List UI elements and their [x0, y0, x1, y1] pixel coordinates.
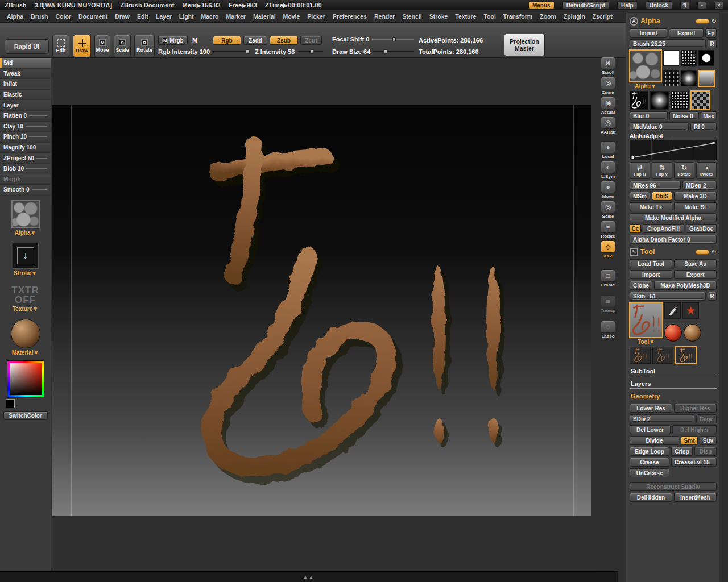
zsub-button[interactable]: Zsub	[270, 36, 298, 45]
current-color-swatch[interactable]	[6, 399, 15, 408]
mrgb-button[interactable]: M Mrgb	[158, 36, 188, 45]
material-selector-thumbnail[interactable]	[11, 319, 40, 348]
alpha-crop-and-fill-button[interactable]: CropAndFill	[643, 224, 684, 233]
alpha-depth-factor-slider[interactable]: Alpha Depth Factor 0	[630, 235, 717, 244]
material-selector-label[interactable]: Material▼	[12, 350, 39, 356]
zadd-button[interactable]: Zadd	[243, 36, 267, 45]
brush-item-inflat[interactable]: Inflat	[0, 79, 51, 90]
nav-rotate[interactable]: ●Rotate	[601, 221, 615, 239]
zcut-button[interactable]: Zcut	[300, 36, 322, 45]
menu-material[interactable]: Material	[253, 13, 276, 20]
menu-layer[interactable]: Layer	[156, 13, 172, 20]
right-panel-scrollbar[interactable]	[719, 13, 728, 582]
nav-actual[interactable]: ◉Actual	[601, 97, 615, 115]
menu-document[interactable]: Document	[78, 13, 107, 20]
rapid-ui-button[interactable]: Rapid UI	[5, 39, 49, 54]
geometry-reconstruct-button[interactable]: Reconstruct Subdiv	[630, 482, 717, 491]
tool-r-button[interactable]: R	[708, 292, 717, 301]
document-canvas[interactable]	[52, 105, 592, 516]
tool-load-button[interactable]: Load Tool	[630, 259, 672, 268]
geometry-crisp-button[interactable]: Crisp	[671, 447, 693, 456]
brush-item-std[interactable]: Std	[0, 58, 51, 69]
alpha-adjust-curve[interactable]	[630, 140, 717, 160]
geometry-sdiv-slider[interactable]: SDiv 2	[630, 414, 694, 423]
alpha-make-st-button[interactable]: Make St	[674, 202, 717, 211]
menu-movie[interactable]: Movie	[283, 13, 300, 20]
z-intensity-slider[interactable]: Z Intensity 53	[255, 48, 323, 55]
menu-edit[interactable]: Edit	[137, 13, 148, 20]
nav-move[interactable]: ●Move	[601, 181, 615, 199]
alpha-restore-icon[interactable]: ↻	[712, 18, 717, 25]
geometry-cage-button[interactable]: Cage	[696, 414, 717, 423]
menu-macro[interactable]: Macro	[201, 13, 219, 20]
brush-item-layer[interactable]: Layer	[0, 100, 51, 111]
texture-off-indicator[interactable]: TXTR OFF	[11, 285, 39, 305]
geometry-crease-button[interactable]: Crease	[630, 458, 669, 467]
brush-item-magnify[interactable]: Magnify 100	[0, 143, 51, 153]
geometry-crease-lvl-slider[interactable]: CreaseLvl 15	[671, 458, 717, 467]
tool-thumb-brush[interactable]	[664, 302, 681, 319]
brush-item-flatten[interactable]: Flatten 0	[0, 111, 51, 122]
alpha-thumb-white-circle[interactable]	[698, 50, 714, 66]
alpha-dbls-button[interactable]: DblS	[652, 192, 672, 201]
geometry-del-higher-button[interactable]: Del Higher	[672, 425, 717, 434]
menu-render[interactable]: Render	[374, 13, 395, 20]
alpha-invers-button[interactable]: ◑ Invers	[696, 162, 717, 179]
edit-mode-button[interactable]: Edit	[52, 35, 69, 57]
alpha-make-3d-button[interactable]: Make 3D	[674, 192, 717, 201]
alpha-thumb-a-glyph[interactable]	[630, 91, 648, 110]
alpha-midvalue-slider[interactable]: MidValue 0	[630, 122, 689, 131]
tool-thumb-red-sphere[interactable]	[664, 324, 682, 342]
brush-item-morph[interactable]: Morph	[0, 174, 51, 185]
help-button[interactable]: Help	[617, 1, 638, 9]
tool-thumb-bronze-sphere[interactable]	[684, 324, 701, 342]
alpha-flip-v-button[interactable]: ⇅ Flip V	[652, 162, 672, 179]
menu-zscript[interactable]: Zscript	[593, 13, 613, 20]
menu-light[interactable]: Light	[179, 13, 194, 20]
alpha-mdep-slider[interactable]: MDep 2	[682, 181, 717, 190]
menu-transform[interactable]: Transform	[503, 13, 532, 20]
nav-lsym[interactable]: ◐L.Sym	[601, 161, 615, 179]
menu-zoom[interactable]: Zoom	[540, 13, 556, 20]
alpha-max-button[interactable]: Max	[701, 111, 717, 120]
alpha-thumb-glow[interactable]	[650, 91, 669, 110]
tool-palette-header[interactable]: ✎ Tool ↻	[630, 246, 717, 258]
alpha-msm-slider[interactable]: MSm	[630, 192, 650, 201]
alpha-selector-label[interactable]: Alpha▼	[15, 230, 36, 236]
scale-mode-button[interactable]: S Scale	[114, 35, 131, 57]
geometry-divide-button[interactable]: Divide	[630, 436, 679, 445]
alpha-rf-slider[interactable]: Rf 0	[690, 122, 717, 131]
alpha-ep-button[interactable]: Ep	[705, 28, 717, 38]
geometry-uncrease-button[interactable]: UnCrease	[630, 468, 669, 477]
brush-item-pinch[interactable]: Pinch 10	[0, 132, 51, 143]
draw-size-slider[interactable]: Draw Size 64	[332, 48, 414, 55]
alpha-palette-header[interactable]: A Alpha ↻	[630, 15, 717, 27]
alpha-thumb-gradient-selected[interactable]	[698, 70, 714, 86]
alpha-current-thumbnail[interactable]	[630, 50, 661, 82]
brush-item-blob[interactable]: Blob 10	[0, 164, 51, 174]
move-mode-button[interactable]: M Move	[94, 35, 110, 57]
brush-item-tweak[interactable]: Tweak	[0, 69, 51, 80]
minimize-window-icon[interactable]: ▪	[697, 2, 706, 9]
tool-thumb-a-1[interactable]	[630, 347, 651, 364]
nav-zoom[interactable]: ◎Zoom	[601, 77, 615, 95]
nav-lasso[interactable]: ◌Lasso	[601, 321, 615, 339]
alpha-blur-slider[interactable]: Blur 0	[630, 111, 668, 120]
alpha-thumb-speckle[interactable]	[681, 50, 697, 66]
alpha-thumb-dots[interactable]	[671, 91, 689, 110]
bottom-tray-handle[interactable]: ▲▲	[303, 575, 315, 580]
alpha-rotate-button[interactable]: ↻ Rotate	[674, 162, 694, 179]
alpha-mres-slider[interactable]: MRes 96	[630, 181, 681, 190]
menu-color[interactable]: Color	[56, 13, 71, 20]
alpha-grab-doc-button[interactable]: GrabDoc	[686, 224, 717, 233]
alpha-selector-thumbnail[interactable]	[11, 200, 40, 228]
geometry-suv-button[interactable]: Suv	[700, 436, 717, 445]
alpha-thumb-fuzzball[interactable]	[681, 70, 697, 86]
alpha-noise-slider[interactable]: Noise 0	[669, 111, 699, 120]
menus-button[interactable]: Menus	[528, 1, 555, 9]
menu-zplugin[interactable]: Zplugin	[564, 13, 585, 20]
menu-marker[interactable]: Marker	[226, 13, 245, 20]
tool-export-button[interactable]: Export	[674, 270, 717, 279]
alpha-flyout-label[interactable]: Alpha▼	[635, 83, 656, 89]
switch-color-button[interactable]: SwitchColor	[3, 411, 48, 420]
